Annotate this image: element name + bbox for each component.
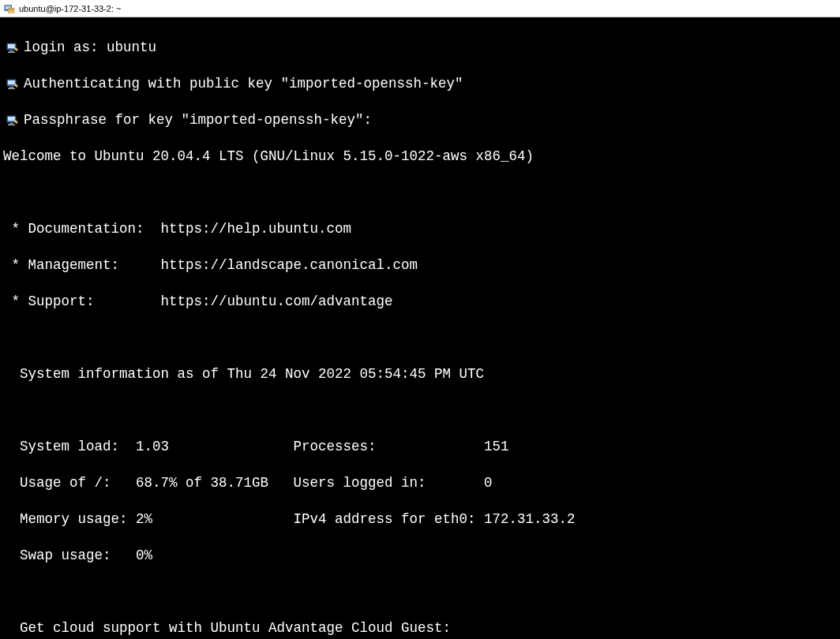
svg-rect-12 bbox=[8, 88, 15, 89]
line-text: login as: ubuntu bbox=[24, 39, 156, 57]
computer-icon bbox=[5, 114, 19, 128]
svg-rect-11 bbox=[9, 87, 13, 88]
svg-rect-16 bbox=[8, 124, 15, 125]
terminal-line: System information as of Thu 24 Nov 2022… bbox=[0, 365, 840, 383]
terminal-line: * Management: https://landscape.canonica… bbox=[0, 256, 840, 275]
terminal-line bbox=[0, 402, 840, 420]
line-text: Authenticating with public key "imported… bbox=[24, 75, 463, 93]
window-title: ubuntu@ip-172-31-33-2: ~ bbox=[19, 4, 122, 13]
terminal-line: Memory usage: 2% IPv4 address for eth0: … bbox=[0, 510, 840, 529]
terminal-line bbox=[0, 583, 840, 601]
computer-icon bbox=[5, 41, 19, 55]
terminal-line: Get cloud support with Ubuntu Advantage … bbox=[0, 619, 840, 637]
terminal-line: Welcome to Ubuntu 20.04.4 LTS (GNU/Linux… bbox=[0, 148, 840, 166]
terminal-line: System load: 1.03 Processes: 151 bbox=[0, 438, 840, 456]
terminal-line: Passphrase for key "imported-openssh-key… bbox=[0, 111, 840, 129]
terminal-line bbox=[0, 329, 840, 347]
computer-icon bbox=[5, 77, 19, 92]
putty-icon bbox=[3, 2, 16, 15]
terminal-line: * Documentation: https://help.ubuntu.com bbox=[0, 220, 840, 238]
line-text: Passphrase for key "imported-openssh-key… bbox=[24, 111, 372, 129]
svg-rect-6 bbox=[8, 44, 15, 48]
terminal[interactable]: login as: ubuntu Authenticating with pub… bbox=[0, 17, 840, 639]
terminal-line: Authenticating with public key "imported… bbox=[0, 75, 840, 93]
terminal-line: Swap usage: 0% bbox=[0, 547, 840, 565]
svg-rect-7 bbox=[9, 50, 13, 52]
terminal-line bbox=[0, 184, 840, 202]
svg-rect-8 bbox=[8, 51, 15, 53]
terminal-line: Usage of /: 68.7% of 38.71GB Users logge… bbox=[0, 474, 840, 492]
svg-rect-10 bbox=[8, 80, 15, 84]
svg-rect-14 bbox=[8, 117, 15, 121]
svg-rect-15 bbox=[9, 123, 13, 125]
terminal-line: * Support: https://ubuntu.com/advantage bbox=[0, 293, 840, 311]
terminal-line: login as: ubuntu bbox=[0, 39, 840, 57]
window-title-bar: ubuntu@ip-172-31-33-2: ~ bbox=[0, 0, 840, 17]
